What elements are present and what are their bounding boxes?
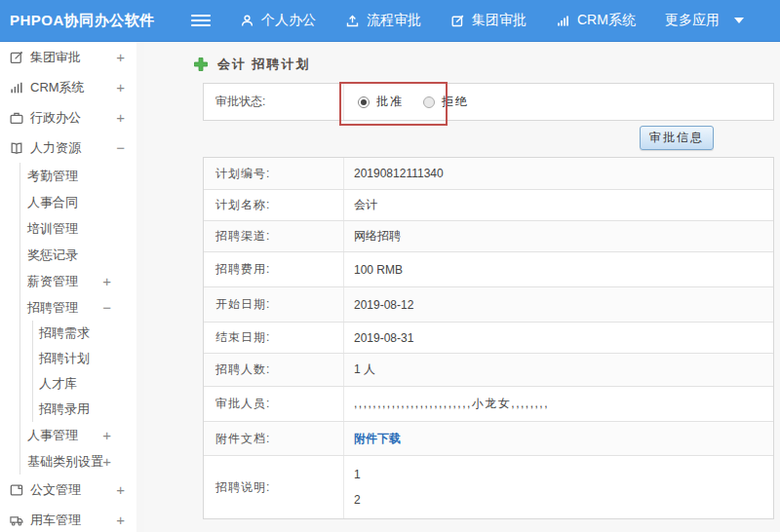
description-line: 1 [354, 468, 361, 481]
nav-item-group-approval[interactable]: 集团审批 [450, 12, 526, 29]
collapse-minus-icon[interactable]: − [102, 299, 111, 316]
app-title: PHPOA协同办公软件 [0, 12, 183, 30]
book-icon [9, 140, 24, 156]
main-content: 会计 招聘计划 审批状态: 批准 拒绝 审批信息 计划编号: 201908121… [144, 42, 780, 532]
sidebar-label: CRM系统 [30, 79, 85, 96]
top-navbar: PHPOA协同办公软件 个人办公 流程审批 集团审批 CRM系统 更多应用 [0, 0, 780, 42]
table-row-approvers: 审批人员: ,,,,,,,,,,,,,,,,,,,,,,,,,小龙女,,,,,,… [204, 387, 773, 422]
nav-item-more-apps[interactable]: 更多应用 [665, 12, 744, 29]
sidebar-label: 培训管理 [27, 220, 78, 238]
expand-plus-icon[interactable]: + [102, 427, 111, 443]
bar-chart-icon [9, 80, 24, 95]
sidebar-item-salary[interactable]: 薪资管理 + [20, 268, 136, 294]
add-plus-icon [193, 57, 209, 72]
document-icon [9, 482, 24, 498]
approval-status-row: 审批状态: 批准 拒绝 [203, 83, 774, 121]
table-row-attachment: 附件文档: 附件下载 [204, 422, 773, 456]
briefcase-icon [9, 110, 24, 126]
user-icon [240, 14, 254, 28]
sidebar-item-hr[interactable]: 人力资源 − [0, 133, 136, 163]
sidebar-item-personnel-mgmt[interactable]: 人事管理 + [20, 422, 136, 448]
approval-info-button[interactable]: 审批信息 [640, 126, 714, 150]
attachment-download-link[interactable]: 附件下载 [354, 431, 401, 447]
expand-plus-icon[interactable]: + [102, 273, 111, 289]
field-label: 招聘说明: [204, 456, 344, 518]
bar-chart-icon [556, 14, 570, 28]
nav-label: 流程审批 [367, 12, 421, 29]
approval-status-options: 批准 拒绝 [344, 84, 469, 120]
sidebar-label: 招聘需求 [39, 324, 90, 342]
sidebar-item-training[interactable]: 培训管理 [20, 215, 136, 242]
sidebar-item-recruit-mgmt[interactable]: 招聘管理 − [20, 294, 136, 321]
caret-down-icon [734, 18, 744, 23]
expand-plus-icon[interactable]: + [116, 109, 125, 126]
sidebar-label: 招聘录用 [39, 400, 90, 418]
nav-label: 更多应用 [665, 12, 720, 29]
button-row: 审批信息 [203, 126, 774, 150]
radio-selected-icon[interactable] [358, 96, 370, 108]
field-value: ,,,,,,,,,,,,,,,,,,,,,,,,,小龙女,,,,,,,, [344, 387, 773, 421]
hr-submenu: 考勤管理 人事合同 培训管理 奖惩记录 薪资管理 + 招聘管理 − 招聘需求 招… [20, 163, 136, 475]
sidebar-item-base-category[interactable]: 基础类别设置 + [20, 448, 136, 475]
sidebar-item-crm[interactable]: CRM系统 + [0, 72, 136, 102]
sidebar-label: 薪资管理 [27, 273, 78, 290]
table-row-headcount: 招聘人数: 1 人 [204, 354, 773, 387]
sidebar-item-attendance[interactable]: 考勤管理 [20, 163, 136, 189]
nav-item-workflow-approval[interactable]: 流程审批 [345, 12, 421, 29]
radio-unselected-icon[interactable] [423, 96, 435, 108]
approval-status-label: 审批状态: [204, 84, 344, 120]
expand-plus-icon[interactable]: + [116, 512, 125, 528]
sidebar: 集团审批 + CRM系统 + 行政办公 + 人力资源 − 考勤管理 人事合同 培… [0, 42, 136, 532]
field-value: 会计 [344, 190, 773, 220]
edit-icon [450, 14, 465, 28]
menu-hamburger-icon[interactable] [191, 15, 211, 26]
workflow-icon [345, 14, 360, 28]
expand-plus-icon[interactable]: + [116, 79, 125, 95]
truck-icon [9, 513, 24, 528]
radio-approve-label: 批准 [376, 94, 404, 110]
sidebar-label: 集团审批 [30, 49, 81, 66]
sidebar-item-recruit-demand[interactable]: 招聘需求 [33, 321, 136, 346]
recruit-plan-detail-table: 计划编号: 20190812111340 计划名称: 会计 招聘渠道: 网络招聘… [203, 157, 774, 519]
sidebar-item-talent-pool[interactable]: 人才库 [33, 371, 136, 397]
sidebar-item-recruit-plan[interactable]: 招聘计划 [33, 346, 136, 371]
page-header: 会计 招聘计划 [193, 56, 780, 72]
collapse-minus-icon[interactable]: − [116, 139, 125, 156]
sidebar-label: 招聘管理 [27, 299, 78, 317]
sidebar-item-recruit-hire[interactable]: 招聘录用 [33, 397, 136, 422]
nav-label: 个人办公 [261, 12, 316, 29]
expand-plus-icon[interactable]: + [116, 49, 125, 65]
expand-plus-icon[interactable]: + [116, 481, 125, 498]
sidebar-item-rewards[interactable]: 奖惩记录 [20, 242, 136, 268]
sidebar-label: 招聘计划 [39, 350, 90, 367]
radio-approve[interactable]: 批准 [358, 94, 404, 110]
field-label: 结束日期: [204, 323, 344, 353]
page-title: 会计 招聘计划 [217, 56, 311, 73]
sidebar-item-document-mgmt[interactable]: 公文管理 + [0, 475, 136, 505]
sidebar-label: 人事管理 [27, 427, 78, 444]
field-label: 附件文档: [204, 422, 344, 455]
sidebar-item-group-approval[interactable]: 集团审批 + [0, 42, 136, 72]
field-value: 2019-08-31 [344, 323, 773, 353]
field-value: 100 RMB [344, 252, 773, 286]
field-value: 1 人 [344, 354, 773, 386]
sidebar-item-hr-contract[interactable]: 人事合同 [20, 189, 136, 215]
sidebar-label: 用车管理 [30, 512, 81, 529]
nav-item-crm[interactable]: CRM系统 [556, 12, 636, 29]
field-value: 20190812111340 [344, 158, 773, 189]
field-label: 审批人员: [204, 387, 344, 421]
field-value: 1 2 [344, 456, 773, 518]
expand-plus-icon[interactable]: + [102, 453, 111, 470]
recruit-submenu: 招聘需求 招聘计划 人才库 招聘录用 [32, 321, 136, 422]
nav-item-personal-office[interactable]: 个人办公 [240, 12, 316, 29]
radio-reject[interactable]: 拒绝 [423, 94, 469, 110]
sidebar-item-admin-office[interactable]: 行政办公 + [0, 102, 136, 133]
sidebar-label: 人力资源 [30, 139, 81, 157]
edit-icon [9, 50, 24, 65]
sidebar-item-vehicle-mgmt[interactable]: 用车管理 + [0, 505, 136, 532]
field-label: 计划编号: [204, 158, 344, 189]
sidebar-label: 奖惩记录 [27, 247, 78, 264]
field-value: 2019-08-12 [344, 287, 773, 322]
sidebar-label: 行政办公 [30, 109, 81, 127]
field-value: 网络招聘 [344, 221, 773, 251]
